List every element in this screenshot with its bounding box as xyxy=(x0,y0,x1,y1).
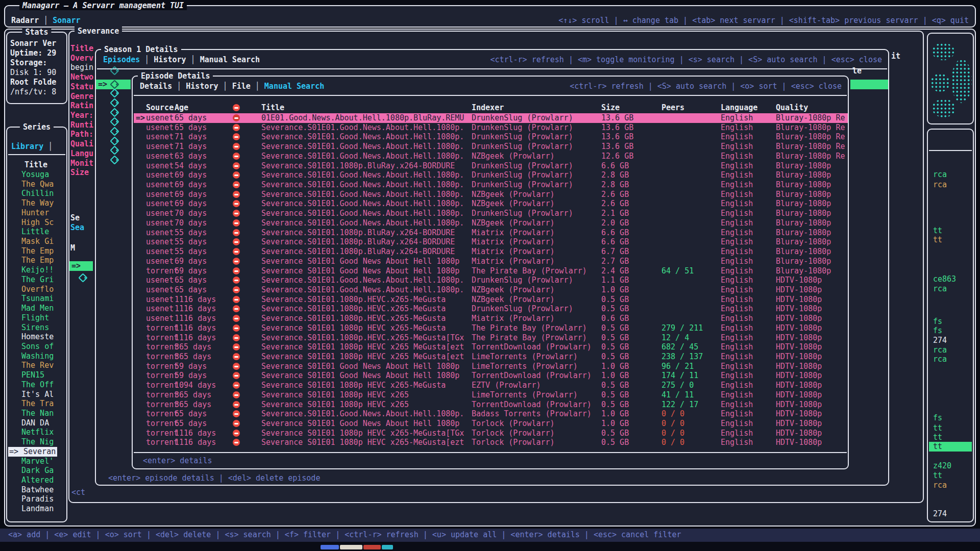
column-header-age[interactable]: Age xyxy=(175,103,188,113)
release-row[interactable]: torrent365 daysSeverance S01E01 1080p HE… xyxy=(134,342,848,352)
release-row[interactable]: usenet1116 daysSeverance.S01E01.1080p.HE… xyxy=(134,314,848,323)
sidebar-item[interactable]: Chillin xyxy=(21,189,54,198)
sidebar-item[interactable]: Keijo!! xyxy=(21,265,54,275)
sidebar-item[interactable]: The Qwa xyxy=(21,180,54,189)
tab-season-manual-search[interactable]: Manual Search xyxy=(200,55,260,65)
tab-season-history[interactable]: History xyxy=(154,55,186,65)
release-row[interactable]: torrent65 daysSeverance.S01E01.Good.News… xyxy=(134,409,848,419)
series-row-text-fragment: fs xyxy=(933,326,942,336)
release-row[interactable]: usenet63 daysSeverance.S01E01.Good.News.… xyxy=(134,152,848,161)
sidebar-item[interactable]: The Emp xyxy=(21,246,54,256)
seasons-tab-fragment[interactable]: Sea xyxy=(70,223,84,233)
release-row[interactable]: usenet55 daysSeverance.S01E01.1080p.BluR… xyxy=(134,237,848,247)
sidebar-item[interactable]: The Way xyxy=(21,198,54,208)
release-row[interactable]: torrent365 daysSeverance S01E01 1080p HE… xyxy=(134,352,848,362)
sidebar-item[interactable]: The Emp xyxy=(21,256,54,265)
release-row[interactable]: =>usenet65 days01E01.Good.News.About.Hel… xyxy=(134,113,848,123)
release-row[interactable]: usenet70 daysSeverance.S01E01.Good.News.… xyxy=(134,218,848,228)
sidebar-item[interactable]: Netflix xyxy=(21,428,54,437)
release-row[interactable]: torrent69 daysSeverance S01E01 Good News… xyxy=(134,266,848,276)
sidebar-item[interactable]: The Nig xyxy=(21,437,54,447)
sidebar-item[interactable]: The Gri xyxy=(21,275,54,285)
sidebar-item[interactable]: Sons of xyxy=(21,342,54,352)
sidebar-item[interactable]: Sirens xyxy=(21,323,49,333)
sidebar-item[interactable]: Hunter xyxy=(21,208,49,218)
release-row[interactable]: usenet54 daysSeverance.S01E01.1080p.BluR… xyxy=(134,161,848,171)
release-row[interactable]: torrent65 daysSeverance S01E01 Good News… xyxy=(134,419,848,429)
sidebar-item-selected[interactable]: =>Severan xyxy=(8,447,57,457)
release-row[interactable]: torrent1116 daysSeverance.S01E01.1080p.H… xyxy=(134,333,848,343)
release-row[interactable]: usenet55 daysSeverance.S01E01.1080p.BluR… xyxy=(134,228,848,238)
sidebar-item[interactable]: Little xyxy=(21,227,49,237)
selected-episode-row-fragment-right[interactable] xyxy=(850,80,888,89)
release-row[interactable]: torrent1094 daysSeverance S01E01 1080p H… xyxy=(134,381,848,390)
sidebar-item[interactable]: Landman xyxy=(21,504,54,514)
sidebar-item[interactable]: Washing xyxy=(21,352,54,361)
column-header-title[interactable]: Title xyxy=(261,103,284,113)
sidebar-item[interactable]: PEN15 xyxy=(21,370,44,380)
sidebar-item[interactable]: The Nan xyxy=(21,409,54,418)
tab-separator: │ xyxy=(251,82,264,91)
sidebar-item[interactable]: The Tra xyxy=(21,399,54,409)
release-row[interactable]: usenet69 daysSeverance.S01E01.Good.News.… xyxy=(134,170,848,180)
release-row[interactable]: torrent365 daysSeverance S01E01 1080p HE… xyxy=(134,400,848,410)
release-row[interactable]: usenet65 daysSeverance.S01E01.Good.News.… xyxy=(134,123,848,133)
release-row[interactable]: usenet71 daysSeverance.S01E01.Good.News.… xyxy=(134,132,848,142)
column-header-peers[interactable]: Peers xyxy=(662,103,684,113)
selection-arrow: => xyxy=(71,261,81,271)
release-row[interactable]: usenet69 daysSeverance.S01E01.Good.News.… xyxy=(134,180,848,190)
sidebar-item[interactable]: Tsunami xyxy=(21,294,54,304)
release-row[interactable]: torrent59 daysSeverance S01E01 Good News… xyxy=(134,362,848,371)
tab-episode-history[interactable]: History xyxy=(186,82,218,91)
release-row[interactable]: usenet70 daysSeverance.S01E01.Good.News.… xyxy=(134,209,848,218)
sidebar-item[interactable]: Flight xyxy=(21,313,49,323)
column-header-quality[interactable]: Quality xyxy=(776,103,808,113)
column-header-size[interactable]: Size xyxy=(601,103,620,113)
release-row[interactable]: usenet69 daysSeverance.S01E01.Good.News.… xyxy=(134,190,848,199)
release-row[interactable]: usenet65 daysSeverance.S01E01.Good.News.… xyxy=(134,285,848,295)
release-row[interactable]: usenet69 daysSeverance.S01E01.Good.News.… xyxy=(134,199,848,209)
release-row[interactable]: usenet1116 daysSeverance.S01E01.1080p.HE… xyxy=(134,304,848,314)
sidebar-item[interactable]: The Off xyxy=(21,380,54,390)
tab-episode-manual-search[interactable]: Manual Search xyxy=(264,82,324,91)
release-row[interactable]: usenet71 daysSeverance.S01E01.Good.News.… xyxy=(134,142,848,152)
column-header-language[interactable]: Language xyxy=(721,103,757,113)
release-quality: HDTV-1080p xyxy=(776,342,822,352)
release-row[interactable]: torrent365 daysSeverance S01E01 1080p HE… xyxy=(134,390,848,400)
sidebar-item[interactable]: Mad Men xyxy=(21,304,54,313)
release-row[interactable]: torrent1116 daysSeverance S01E01 1080p H… xyxy=(134,323,848,333)
sidebar-item[interactable]: Overflo xyxy=(21,285,54,294)
sidebar-item[interactable]: High Sc xyxy=(21,218,54,228)
tab-library[interactable]: Library xyxy=(11,142,43,152)
sidebar-item[interactable]: Yosuga xyxy=(21,170,49,180)
release-row[interactable]: torrent1116 daysSeverance S01E01 1080p H… xyxy=(134,438,848,447)
release-indexer: LimeTorrents (Prowlarr) xyxy=(472,390,578,400)
sidebar-item[interactable]: Marvel' xyxy=(21,457,54,466)
selected-season-row-fragment[interactable]: => xyxy=(69,261,93,271)
sidebar-item[interactable]: It's Al xyxy=(21,390,54,399)
sidebar-item[interactable]: DAN DA xyxy=(21,418,49,428)
sidebar-item[interactable]: Homeste xyxy=(21,332,54,342)
release-size: 2.4 GB xyxy=(601,266,629,276)
sidebar-item[interactable]: Mask Gi xyxy=(21,237,54,246)
tab-sonarr[interactable]: Sonarr xyxy=(53,16,80,26)
column-header-source[interactable]: Source xyxy=(146,103,174,113)
tab-episode-file[interactable]: File xyxy=(232,82,251,91)
release-row[interactable]: torrent1116 daysSeverance S01E01 1080p H… xyxy=(134,429,848,438)
sidebar-item[interactable]: Batwhee xyxy=(21,485,54,495)
release-row[interactable]: usenet1116 daysSeverance.S01E01.1080p.HE… xyxy=(134,295,848,305)
release-size: 2.8 GB xyxy=(601,170,629,180)
sidebar-item[interactable]: Altered xyxy=(21,475,54,485)
tab-radarr[interactable]: Radarr xyxy=(11,16,39,26)
release-row[interactable]: torrent59 daysSeverance S01E01 Good News… xyxy=(134,371,848,381)
release-row[interactable]: usenet55 daysSeverance.S01E01.1080p.BluR… xyxy=(134,247,848,257)
tab-episodes[interactable]: Episodes xyxy=(103,55,140,65)
tab-episode-details[interactable]: Details xyxy=(140,82,172,91)
release-row[interactable]: usenet69 daysSeverance S01E01 Good News … xyxy=(134,257,848,266)
sidebar-item[interactable]: Dark Ga xyxy=(21,466,54,475)
sidebar-item[interactable]: The Rev xyxy=(21,361,54,370)
release-language: English xyxy=(721,142,753,152)
release-row[interactable]: usenet65 daysSeverance.S01E01.Good.News.… xyxy=(134,276,848,285)
column-header-indexer[interactable]: Indexer xyxy=(472,103,504,113)
sidebar-item[interactable]: Paradis xyxy=(21,494,54,504)
